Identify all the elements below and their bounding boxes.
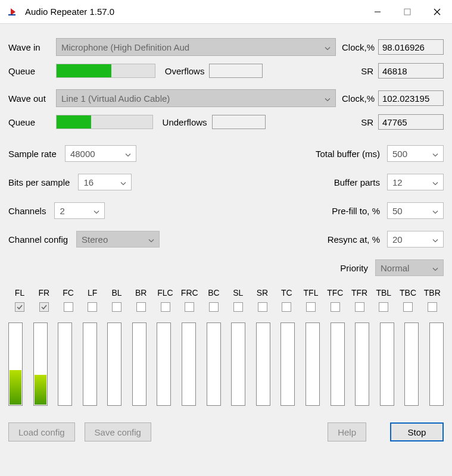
level-meter-tbr (429, 322, 444, 406)
channel-tbl: TBL (372, 288, 395, 312)
maximize-button[interactable] (392, 0, 422, 24)
channel-checkbox-sr[interactable] (258, 302, 267, 312)
svg-rect-2 (404, 9, 410, 15)
sample-rate-label: Sample rate (8, 149, 57, 159)
load-config-button[interactable]: Load config (8, 422, 75, 441)
chevron-down-icon (125, 149, 131, 159)
level-meter-bl (107, 322, 121, 406)
minimize-button[interactable] (363, 0, 392, 24)
wave-in-queue-meter (56, 64, 155, 78)
channel-label: FR (38, 288, 49, 300)
level-meter-tc (280, 322, 295, 406)
chevron-down-icon (432, 263, 438, 273)
level-meter-tbc (404, 322, 419, 406)
channel-frc: FRC (178, 288, 201, 312)
channel-checkbox-tbr[interactable] (428, 302, 437, 312)
channel-fc: FC (57, 288, 80, 312)
wave-out-queue-label: Queue (8, 117, 50, 127)
wave-out-clock-value: 102.023195 (378, 90, 444, 106)
total-buffer-select[interactable]: 500 (387, 145, 444, 162)
level-meters (8, 322, 444, 406)
chevron-down-icon (325, 42, 331, 52)
channel-label: TFL (304, 288, 319, 300)
channel-label: SR (257, 288, 268, 300)
channel-checkbox-tbc[interactable] (403, 302, 413, 312)
channel-checkbox-flc[interactable] (161, 302, 170, 312)
channel-checkbox-bl[interactable] (112, 302, 121, 312)
channel-fr: FR (33, 288, 55, 312)
chevron-down-icon (325, 93, 331, 104)
channel-label: TFC (327, 288, 343, 300)
channel-fl: FL (8, 288, 31, 312)
channel-checkbox-lf[interactable] (88, 302, 97, 312)
channel-label: TBR (424, 288, 441, 300)
wave-in-sr-value: 46818 (378, 63, 444, 79)
help-button[interactable]: Help (328, 422, 366, 441)
channel-checkbox-tfr[interactable] (355, 302, 364, 312)
wave-out-sr-label: SR (361, 117, 373, 127)
channel-checkbox-tfc[interactable] (331, 302, 340, 312)
wave-out-sr-value: 47765 (378, 114, 444, 130)
overflows-label: Overflows (165, 66, 205, 76)
channel-tbc: TBC (397, 288, 419, 312)
wave-in-device-select[interactable]: Microphone (High Definition Aud (56, 38, 336, 56)
channel-checkbox-bc[interactable] (209, 302, 219, 312)
level-meter-tbl (380, 322, 394, 406)
wave-in-clock-value: 98.016926 (378, 39, 444, 55)
channel-checkbox-fc[interactable] (64, 302, 73, 312)
channel-checkbox-sl[interactable] (233, 302, 243, 312)
total-buffer-label: Total buffer (ms) (316, 149, 380, 159)
close-button[interactable] (422, 0, 452, 24)
chevron-down-icon (93, 206, 99, 216)
level-meter-lf (83, 322, 97, 406)
chevron-down-icon (432, 234, 438, 245)
level-meter-fc (58, 322, 72, 406)
overflows-value (209, 64, 263, 78)
channel-checkbox-fl[interactable] (15, 302, 24, 312)
chevron-down-icon (432, 206, 438, 216)
channel-config-select[interactable]: Stereo (76, 231, 160, 248)
channels-select[interactable]: 2 (54, 202, 105, 219)
channel-checkbox-tc[interactable] (282, 302, 291, 312)
pre-fill-select[interactable]: 50 (387, 202, 444, 219)
wave-in-label: Wave in (8, 42, 50, 52)
channel-label: FLC (157, 288, 173, 300)
wave-in-queue-label: Queue (8, 66, 50, 76)
channel-checkbox-tbl[interactable] (379, 302, 388, 312)
window-title: Audio Repeater 1.57.0 (25, 7, 114, 17)
channel-checkbox-br[interactable] (136, 302, 146, 312)
channel-checkbox-tfl[interactable] (306, 302, 316, 312)
titlebar: Audio Repeater 1.57.0 (0, 0, 452, 24)
channel-checkbox-fr[interactable] (39, 302, 49, 312)
chevron-down-icon (120, 177, 126, 187)
level-meter-tfc (331, 322, 345, 406)
wave-in-clock-label: Clock,% (342, 42, 375, 52)
wave-in-sr-label: SR (361, 66, 373, 76)
sample-rate-select[interactable]: 48000 (65, 145, 136, 162)
priority-select[interactable]: Normal (375, 259, 444, 276)
priority-label: Priority (340, 263, 368, 273)
save-config-button[interactable]: Save config (85, 422, 151, 441)
channels-label: Channels (8, 206, 46, 216)
channel-label: FC (63, 288, 74, 300)
bits-per-sample-select[interactable]: 16 (78, 174, 132, 190)
channel-config-label: Channel config (8, 234, 68, 245)
channel-checkbox-frc[interactable] (185, 302, 194, 312)
level-meter-sl (231, 322, 245, 406)
channel-label: TC (281, 288, 292, 300)
pre-fill-label: Pre-fill to, % (332, 206, 380, 216)
resync-select[interactable]: 20 (387, 231, 444, 248)
channel-label: LF (88, 288, 97, 300)
buffer-parts-select[interactable]: 12 (387, 174, 444, 190)
channel-sr: SR (251, 288, 274, 312)
chevron-down-icon (432, 149, 438, 159)
channel-bl: BL (105, 288, 128, 312)
stop-button[interactable]: Stop (390, 422, 444, 441)
channel-lf: LF (81, 288, 104, 312)
wave-out-device-select[interactable]: Line 1 (Virtual Audio Cable) (56, 89, 336, 107)
channel-label: BL (111, 288, 121, 300)
channel-label: TBC (400, 288, 416, 300)
channel-br: BR (130, 288, 152, 312)
channel-label: FRC (181, 288, 198, 300)
level-meter-sr (256, 322, 270, 406)
